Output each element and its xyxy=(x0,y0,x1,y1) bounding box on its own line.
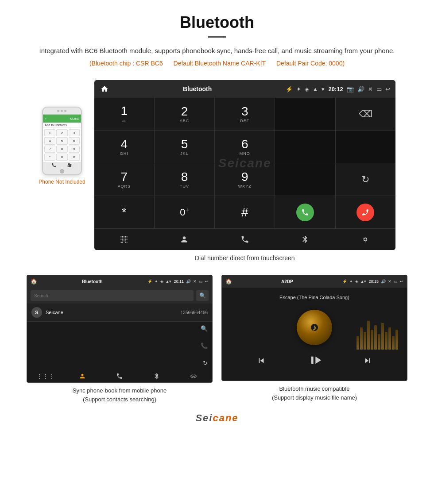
a2dp-song-title: Escape (The Pina Colada Song) xyxy=(279,295,349,300)
a2dp-caption: Bluetooth music compatible (Support disp… xyxy=(221,385,407,402)
dial-key-5[interactable]: 5 JKL xyxy=(155,131,214,163)
dial-empty-1 xyxy=(275,98,335,130)
call-log-tab[interactable] xyxy=(215,231,275,248)
pb-search-input[interactable] xyxy=(31,290,194,301)
a2dp-prev-button[interactable] xyxy=(256,356,266,368)
dial-key-hash[interactable]: # xyxy=(215,196,275,228)
a2dp-bt-icon: ✦ xyxy=(349,279,353,284)
window-icon: ▭ xyxy=(376,86,382,92)
phone-bottom-bar xyxy=(43,168,81,174)
dial-empty-3 xyxy=(336,131,395,163)
pb-side-call-icon: 📞 xyxy=(201,342,208,349)
pb-contact-name: Seicane xyxy=(46,310,177,315)
a2dp-next-button[interactable] xyxy=(363,356,372,368)
phone-not-included-label: Phone Not Included xyxy=(39,179,85,185)
phone-key-8: 8 xyxy=(56,146,67,153)
pb-contact-phone: 13566664466 xyxy=(181,310,208,315)
dial-key-8[interactable]: 8 TUV xyxy=(155,163,214,196)
dial-key-star[interactable]: * xyxy=(94,196,154,228)
a2dp-play-button[interactable] xyxy=(308,354,321,369)
pb-dialpad-tab[interactable]: ⋮⋮⋮ xyxy=(27,373,64,380)
dial-key-1[interactable]: 1 ⌓ xyxy=(94,98,154,130)
phone-key-hash: # xyxy=(69,154,80,161)
pb-side-refresh-icon: ↻ xyxy=(203,360,208,366)
pb-contact-row: S Seicane 13566664466 xyxy=(27,304,212,322)
pb-bluetooth-tab[interactable] xyxy=(138,373,175,380)
seicane-footer: Seicane xyxy=(0,404,434,428)
a2dp-close-icon[interactable]: ✕ xyxy=(388,279,391,284)
dial-bottom-bar xyxy=(94,228,395,250)
pb-usb-icon: ⚡ xyxy=(147,279,152,284)
pb-side-search-icon: 🔍 xyxy=(201,325,208,332)
a2dp-screen: 🏠 A2DP ⚡ ✦ ◈ ▲▾ 20:15 🔊 ✕ ▭ ↩ Escape (Th… xyxy=(221,275,407,381)
pb-back-icon[interactable]: ↩ xyxy=(205,279,209,284)
pb-contacts-active-tab[interactable] xyxy=(64,373,101,380)
pb-contact-avatar: S xyxy=(31,307,42,318)
a2dp-title: A2DP xyxy=(234,279,340,284)
a2dp-section: 🏠 A2DP ⚡ ✦ ◈ ▲▾ 20:15 🔊 ✕ ▭ ↩ Escape (Th… xyxy=(221,275,407,404)
phone-key-5: 5 xyxy=(56,137,67,144)
dial-key-7[interactable]: 7 PQRS xyxy=(94,163,154,196)
dial-call-red-key[interactable] xyxy=(336,196,395,228)
a2dp-time: 20:15 xyxy=(368,279,379,284)
phone-contacts-label: Add to Contacts xyxy=(43,123,81,128)
page-header: Bluetooth Integrated with BC6 Bluetooth … xyxy=(0,0,434,76)
dial-key-4[interactable]: 4 GHI xyxy=(94,131,154,163)
call-red-button[interactable] xyxy=(353,200,378,225)
phonebook-screen: 🏠 Bluetooth ⚡ ✦ ◈ ▲▾ 20:11 🔊 ✕ ▭ ↩ 🔍 S S… xyxy=(27,275,213,383)
pb-phone-tab[interactable] xyxy=(101,373,138,380)
dial-title: Bluetooth xyxy=(113,85,282,92)
a2dp-signal-icon: ▲▾ xyxy=(360,279,367,284)
bluetooth-icon: ✦ xyxy=(296,86,301,92)
a2dp-home-icon[interactable]: 🏠 xyxy=(225,278,232,285)
pb-title: Bluetooth xyxy=(39,279,145,284)
dial-key-2[interactable]: 2 ABC xyxy=(155,98,214,130)
a2dp-album-area: ♪ xyxy=(226,305,403,350)
home-icon[interactable] xyxy=(100,84,109,94)
phone-key-4: 4 xyxy=(44,137,55,144)
close-icon[interactable]: ✕ xyxy=(368,86,373,92)
bluetooth-tab[interactable] xyxy=(275,231,335,248)
phone-dialpad: 1 2 3 4 5 6 7 8 9 * 0 # xyxy=(43,128,81,162)
pb-window-icon: ▭ xyxy=(199,279,203,284)
pb-time: 20:11 xyxy=(174,279,184,284)
a2dp-controls xyxy=(226,350,403,373)
back-icon[interactable]: ↩ xyxy=(385,86,390,92)
contacts-tab[interactable] xyxy=(155,231,214,248)
dial-grid: Seicane 1 ⌓ 2 ABC 3 DEF ⌫ xyxy=(94,98,395,228)
pb-search-bar: 🔍 xyxy=(27,288,212,304)
page-specs: (Bluetooth chip : CSR BC6 Default Blueto… xyxy=(27,60,407,67)
phone-green-bar: +MORE xyxy=(43,115,81,123)
bottom-row: 🏠 Bluetooth ⚡ ✦ ◈ ▲▾ 20:11 🔊 ✕ ▭ ↩ 🔍 S S… xyxy=(0,275,434,404)
dialpad-tab[interactable] xyxy=(94,231,154,248)
dial-key-9[interactable]: 9 WXYZ xyxy=(215,163,275,196)
dial-caption: Dial number direct from touchscreen xyxy=(94,254,395,262)
settings-tab[interactable] xyxy=(336,231,395,248)
dial-screen: Bluetooth ⚡ ✦ ◈ ▲ ▾ 20:12 📷 🔊 xyxy=(94,80,395,250)
pb-home-icon[interactable]: 🏠 xyxy=(31,278,37,285)
phone-aside: +MORE Add to Contacts 1 2 3 4 5 6 7 8 9 … xyxy=(39,107,85,185)
phone-top-bar xyxy=(43,108,81,115)
phone-key-2: 2 xyxy=(56,129,67,136)
a2dp-usb-icon: ⚡ xyxy=(342,279,347,284)
call-green-button[interactable] xyxy=(296,204,314,221)
phone-key-1: 1 xyxy=(44,129,55,136)
spec-code: Default Pair Code: 0000) xyxy=(276,60,345,67)
dial-backspace-key[interactable]: ⌫ xyxy=(336,98,395,130)
a2dp-back-icon[interactable]: ↩ xyxy=(400,279,403,284)
pb-search-button[interactable]: 🔍 xyxy=(196,290,209,301)
pb-close-icon[interactable]: ✕ xyxy=(193,279,197,284)
dial-key-3[interactable]: 3 DEF xyxy=(215,98,275,130)
dial-top-icons: ⚡ ✦ ◈ ▲ ▾ 20:12 📷 🔊 ✕ xyxy=(286,86,390,92)
a2dp-location-icon: ◈ xyxy=(355,279,358,284)
pb-link-tab[interactable] xyxy=(175,373,212,380)
a2dp-content: Escape (The Pina Colada Song) ♪ xyxy=(222,288,407,381)
a2dp-window-icon: ▭ xyxy=(394,279,398,284)
usb-icon: ⚡ xyxy=(286,86,293,92)
dial-refresh-key[interactable]: ↻ xyxy=(336,163,395,196)
dial-key-0[interactable]: 0+ xyxy=(155,196,214,228)
phone-key-0: 0 xyxy=(56,154,67,161)
pb-caption: Sync phone-book from mobile phone (Suppo… xyxy=(27,386,213,404)
dial-call-green-key[interactable] xyxy=(275,196,335,228)
dial-key-6[interactable]: 6 MNO xyxy=(215,131,275,163)
